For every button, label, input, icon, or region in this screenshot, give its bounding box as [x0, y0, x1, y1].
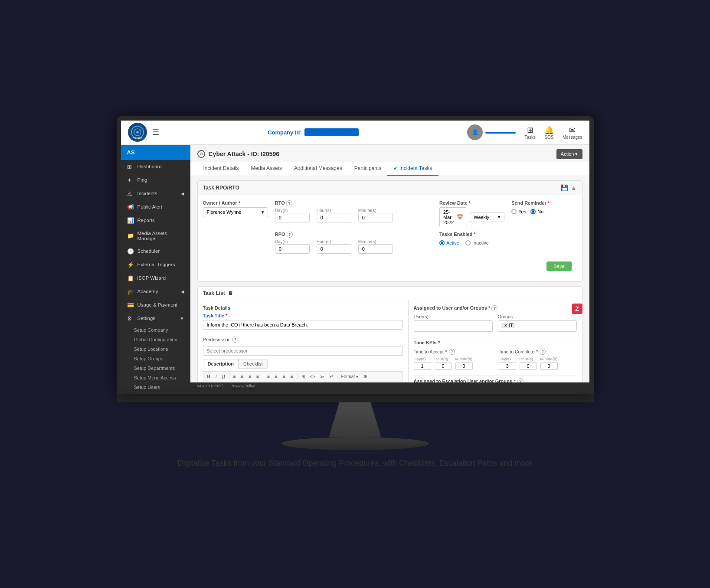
accept-minutes-input[interactable]: [455, 362, 473, 370]
panel-save-icon[interactable]: 💾: [561, 184, 568, 191]
sos-icon-group[interactable]: 🔔 SOS: [544, 125, 554, 140]
toolbar-align-justify[interactable]: ≡: [254, 373, 261, 380]
rto-minutes-group: Minute(s): [358, 208, 393, 222]
owner-select[interactable]: Florence Wynne ▾: [203, 207, 268, 217]
toolbar-superscript[interactable]: x²: [327, 373, 335, 380]
toolbar-subscript[interactable]: x₂: [318, 373, 326, 380]
send-reminder-no[interactable]: No: [530, 209, 543, 214]
sidebar-sub-global-config[interactable]: Global Configuration: [121, 335, 190, 344]
sidebar-sub-setup-groups[interactable]: Setup Groups: [121, 354, 190, 363]
escalation-help-icon[interactable]: ?: [517, 378, 524, 382]
sidebar-sub-setup-menu-access[interactable]: Setup Menu Access: [121, 373, 190, 382]
toolbar-align-center[interactable]: ≡: [239, 373, 246, 380]
tasks-enabled-inactive[interactable]: Inactive: [465, 240, 489, 245]
messages-icon-group[interactable]: ✉ Messages: [563, 125, 582, 140]
send-reminder-radios: Yes No: [511, 209, 576, 214]
sidebar-sub-setup-departments[interactable]: Setup Departments: [121, 363, 190, 373]
rto-hours-input[interactable]: [317, 213, 351, 222]
tab-incident-details[interactable]: Incident Details: [197, 162, 245, 176]
rto-days-input[interactable]: [275, 213, 310, 222]
rpo-days-input[interactable]: [275, 244, 310, 254]
complete-hours-input[interactable]: [520, 362, 537, 370]
tasks-enabled-active[interactable]: Active: [439, 240, 459, 245]
rto-minutes-input[interactable]: [358, 213, 393, 222]
sidebar-sub-setup-users[interactable]: Setup Users: [121, 382, 190, 389]
inactive-radio-dot[interactable]: [465, 240, 471, 245]
time-complete-help[interactable]: ?: [540, 349, 546, 355]
svg-point-3: [136, 131, 139, 134]
toolbar-align-right[interactable]: ≡: [246, 373, 253, 380]
rpo-hours-input[interactable]: [317, 244, 351, 254]
review-date-row: 25-Mar-2022 📅 Weekly ▾: [439, 207, 504, 227]
user-section: 👤: [467, 124, 516, 140]
rpo-help-icon[interactable]: ?: [287, 232, 293, 238]
complete-minutes-input[interactable]: [540, 362, 558, 370]
task-list-panel: Task List 🖥 Task Details: [197, 286, 582, 382]
predecessor-help-icon[interactable]: ?: [232, 336, 238, 343]
users-select[interactable]: [414, 320, 493, 332]
sidebar-item-external-triggers[interactable]: ⚡ External Triggers: [121, 258, 190, 271]
frequency-select[interactable]: Weekly ▾: [470, 212, 504, 222]
rto-hours-label: Hour(s): [317, 208, 351, 213]
send-reminder-yes[interactable]: Yes: [511, 209, 526, 214]
sidebar-item-public-alert[interactable]: 📢 Public Alert: [121, 200, 190, 214]
sidebar-item-media-assets[interactable]: 📁 Media Assets Manager: [121, 227, 190, 245]
isop-wizard-icon: 📋: [127, 275, 134, 281]
time-accept-help[interactable]: ?: [449, 349, 455, 355]
groups-select[interactable]: ✕ IT: [498, 320, 577, 332]
groups-tag-remove[interactable]: ✕: [504, 323, 507, 328]
panel-collapse-icon[interactable]: ▲: [571, 184, 577, 191]
task-title-label: Task Title *: [203, 313, 403, 318]
app-container: CRISES ☰ Company Id: ██████████ 👤 ⊞: [121, 121, 589, 389]
tab-incident-tasks[interactable]: ✔ Incident Tasks: [387, 162, 438, 176]
tasks-icon-group[interactable]: ⊞ Tasks: [524, 125, 536, 140]
sidebar-sub-setup-company[interactable]: Setup Company: [121, 325, 190, 335]
toolbar-list-ul[interactable]: ≡: [265, 373, 272, 380]
predecessor-input[interactable]: [203, 346, 403, 356]
review-date-field[interactable]: 25-Mar-2022 📅: [439, 207, 467, 227]
toolbar-bold[interactable]: B: [205, 373, 213, 380]
tab-participants[interactable]: Participants: [348, 162, 388, 176]
sidebar-item-academy[interactable]: 🎓 Academy ◀: [121, 285, 190, 298]
toolbar-format[interactable]: Format ▾: [339, 373, 360, 380]
sidebar-item-incidents[interactable]: ⚠ Incidents ◀: [121, 187, 190, 200]
toolbar-align-left[interactable]: ≡: [231, 373, 238, 380]
task-title-input[interactable]: [203, 320, 403, 330]
footer-privacy[interactable]: Privacy Policy: [231, 384, 255, 388]
toolbar-outdent[interactable]: ≡: [288, 373, 295, 380]
tab-checklist[interactable]: Checklist: [239, 359, 268, 369]
save-button[interactable]: Save: [546, 261, 571, 271]
tab-media-assets[interactable]: Media Assets: [245, 162, 288, 176]
sidebar-sub-setup-locations[interactable]: Setup Locations: [121, 344, 190, 354]
action-button[interactable]: Action ▾: [556, 149, 582, 159]
tab-additional-messages[interactable]: Additional Messages: [288, 162, 348, 176]
toolbar-underline[interactable]: U: [220, 373, 227, 380]
toolbar-italic[interactable]: I: [213, 373, 219, 380]
rto-label: RTO ?: [275, 200, 393, 206]
toolbar-code[interactable]: <>: [308, 373, 317, 380]
send-reminder-no-radio[interactable]: [530, 209, 536, 214]
accept-days-input[interactable]: [414, 362, 431, 370]
sidebar-item-ping[interactable]: ✦ Ping: [121, 173, 190, 187]
accept-hours-input[interactable]: [435, 362, 452, 370]
send-reminder-yes-radio[interactable]: [511, 209, 517, 214]
active-radio-dot[interactable]: [439, 240, 445, 245]
complete-days-input[interactable]: [499, 362, 516, 370]
toolbar-indent[interactable]: ≡: [281, 373, 288, 380]
top-bar: CRISES ☰ Company Id: ██████████ 👤 ⊞: [121, 121, 589, 145]
rto-help-icon[interactable]: ?: [286, 200, 292, 206]
sidebar-item-dashboard[interactable]: ⊞ Dashboard: [121, 160, 190, 173]
tab-description[interactable]: Description: [203, 359, 239, 369]
assigned-help-icon[interactable]: ?: [491, 305, 497, 311]
toolbar-table[interactable]: ⊞: [299, 373, 307, 380]
sidebar-item-settings[interactable]: ⚙ Settings ▼: [121, 312, 190, 325]
hamburger-menu[interactable]: ☰: [152, 127, 159, 137]
sidebar-item-usage-payment[interactable]: 💳 Usage & Payment: [121, 298, 190, 312]
caption-text: Digitalise Tasks from your Standard Oper…: [177, 450, 532, 472]
toolbar-more[interactable]: ⚙: [361, 373, 370, 380]
sidebar-item-scheduler[interactable]: 🕐 Scheduler: [121, 245, 190, 258]
toolbar-list-ol[interactable]: ≡: [273, 373, 280, 380]
sidebar-item-isop-wizard[interactable]: 📋 iSOP Wizard: [121, 271, 190, 285]
sidebar-item-reports[interactable]: 📊 Reports: [121, 214, 190, 227]
rpo-minutes-input[interactable]: [358, 244, 393, 254]
